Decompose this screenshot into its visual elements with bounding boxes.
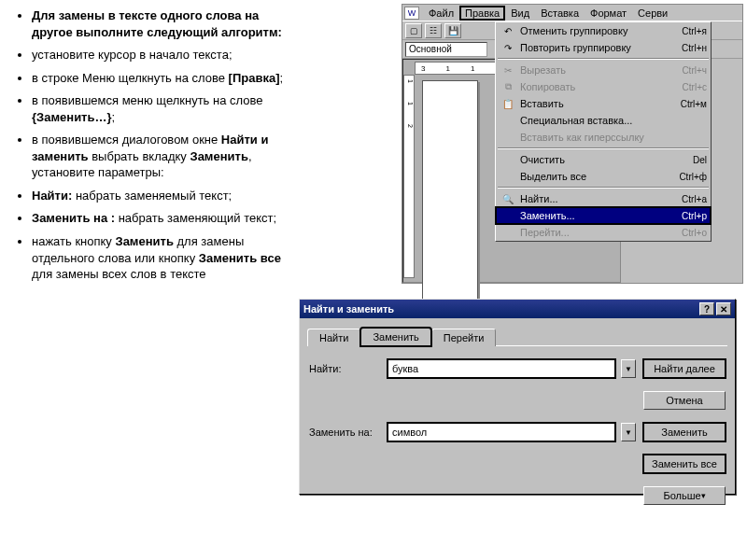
dialog-title: Найти и заменить [303,303,394,315]
menu-item-label: Найти... [520,193,682,204]
menu-item-shortcut: Ctrl+ч [682,65,707,76]
menu-item-3: ✂ВырезатьCtrl+ч [496,62,711,78]
menu-item-label: Очистить [520,154,693,165]
menu-item-label: Вырезать [520,64,682,76]
step-4: в появившемся диалоговом окне Найти и за… [32,132,299,181]
menu-item-icon [500,209,516,222]
more-button[interactable]: Больше [643,486,726,505]
step-2: в строке Меню щелкнуть на слове [Правка]… [32,70,299,87]
menu-item-6[interactable]: Специальная вставка... [496,112,711,129]
menu-item-1[interactable]: ↷Повторить группировкуCtrl+н [496,39,711,56]
ruler-vertical: 1 1 2 [403,75,415,278]
menu-view[interactable]: Вид [505,6,535,21]
replace-all-button[interactable]: Заменить все [643,455,726,473]
find-input[interactable]: буква [388,359,615,378]
step-7: нажать кнопку Заменить для замены отдель… [32,233,299,283]
menu-item-label: Отменить группировку [520,25,682,36]
menu-item-shortcut: Ctrl+а [682,194,707,204]
style-combo[interactable]: Основной [405,42,487,57]
dialog-tabs: Найти Заменить Перейти [307,326,727,346]
menu-item-9[interactable]: ОчиститьDel [496,151,711,168]
menu-item-icon [500,114,516,127]
menu-item-icon [500,153,516,166]
menu-item-icon: 🔍 [500,192,516,205]
menu-item-shortcut: Ctrl+н [682,43,707,53]
tab-goto[interactable]: Перейти [431,329,497,346]
menu-item-label: Перейти... [520,227,682,238]
help-button[interactable]: ? [699,302,714,315]
menu-item-icon [500,226,516,239]
menu-item-4: ⧉КопироватьCtrl+с [496,78,711,95]
menu-item-shortcut: Del [693,155,707,165]
heading: Для замены в тексте одного слова на друг… [32,7,299,40]
menu-item-label: Заменить... [520,210,682,221]
menu-item-10[interactable]: Выделить всеCtrl+ф [496,168,711,185]
menu-item-shortcut: Ctrl+р [682,211,707,221]
menu-separator [498,147,709,149]
menu-item-label: Выделить все [520,171,679,182]
menu-separator [498,58,709,60]
find-label: Найти: [309,363,382,374]
open-icon[interactable]: ☷ [425,23,442,38]
step-6: Заменить на : набрать заменяющий текст; [32,210,299,227]
menu-item-shortcut: Ctrl+я [682,26,707,36]
menu-item-label: Повторить группировку [520,42,682,53]
app-icon: W [404,7,419,20]
menu-item-shortcut: Ctrl+ф [679,172,707,182]
menu-item-label: Копировать [520,81,683,92]
menu-item-icon: ✂ [500,63,516,77]
menu-item-12[interactable]: 🔍Найти...Ctrl+а [496,190,711,207]
find-history-dropdown[interactable]: ▼ [621,359,636,378]
menu-separator [498,187,709,189]
step-1: установите курсор в начало текста; [32,47,299,63]
step-3: в появившемся меню щелкнуть на слове {За… [32,92,299,125]
step-5: Найти: набрать заменяемый текст; [32,188,299,204]
menu-service[interactable]: Серви [632,6,673,21]
menu-file[interactable]: Файл [423,6,459,21]
save-icon[interactable]: 💾 [444,23,461,38]
replace-button[interactable]: Заменить [643,423,726,441]
menu-item-0[interactable]: ↶Отменить группировкуCtrl+я [496,22,711,39]
menu-item-icon: ⧉ [500,80,516,93]
menu-edit[interactable]: Правка [459,6,505,21]
replace-history-dropdown[interactable]: ▼ [621,423,636,441]
close-button[interactable]: ✕ [716,302,731,315]
edit-menu-dropdown: ↶Отменить группировкуCtrl+я↷Повторить гр… [495,21,712,242]
menu-item-13[interactable]: Заменить...Ctrl+р [496,207,711,224]
menu-format[interactable]: Формат [585,6,632,21]
dialog-titlebar: Найти и заменить ? ✕ [300,300,735,318]
tab-find[interactable]: Найти [307,329,360,346]
find-replace-dialog: Найти и заменить ? ✕ Найти Заменить Пере… [299,299,736,495]
menu-item-icon: ↷ [500,41,516,54]
page [422,80,478,323]
replace-input[interactable]: символ [388,423,615,441]
new-doc-icon[interactable]: ▢ [405,23,422,38]
find-next-button[interactable]: Найти далее [643,359,726,378]
menu-bar: W Файл Правка Вид Вставка Формат Серви [402,5,742,21]
menu-item-shortcut: Ctrl+о [682,228,707,238]
tab-replace[interactable]: Заменить [360,328,430,346]
menu-item-icon: 📋 [500,97,516,110]
menu-item-icon: ↶ [500,24,516,37]
menu-item-label: Вставить [520,98,681,109]
menu-item-5[interactable]: 📋ВставитьCtrl+м [496,95,711,112]
cancel-button[interactable]: Отмена [643,391,726,410]
menu-item-label: Специальная вставка... [520,115,707,126]
instruction-panel: Для замены в тексте одного слова на друг… [9,7,299,289]
menu-item-7: Вставить как гиперссылку [496,129,711,146]
menu-item-icon [500,131,516,144]
menu-item-14: Перейти...Ctrl+о [496,224,711,241]
menu-insert[interactable]: Вставка [535,6,585,21]
menu-item-shortcut: Ctrl+м [681,99,707,109]
menu-item-shortcut: Ctrl+с [683,82,707,92]
menu-item-label: Вставить как гиперссылку [520,132,707,143]
menu-item-icon [500,170,516,183]
replace-label: Заменить на: [309,427,382,438]
